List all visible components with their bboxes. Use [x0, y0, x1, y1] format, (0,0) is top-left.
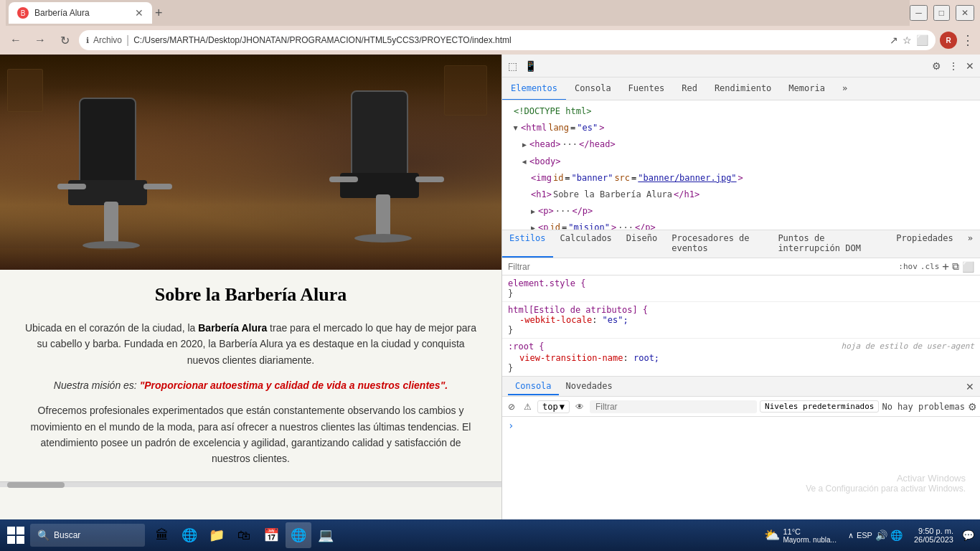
console-body[interactable]: › — [502, 417, 980, 469]
page-heading: Sobre la Barbería Alura — [22, 284, 480, 306]
search-icon: 🔍 — [37, 529, 50, 541]
devtools-more-btn[interactable]: ⋮ — [946, 57, 961, 75]
address-actions: ↗ ☆ ⬜ — [890, 34, 928, 46]
tab-consola[interactable]: Consola — [566, 77, 620, 100]
toggle-styles-button[interactable]: ⬜ — [962, 261, 974, 273]
menu-button[interactable]: ⋮ — [961, 32, 974, 48]
styles-tab-more[interactable]: » — [961, 230, 980, 258]
console-header: Consola Novedades ✕ — [502, 377, 980, 397]
extension-button[interactable]: ⬜ — [916, 34, 928, 46]
tab-more[interactable]: » — [834, 77, 856, 100]
add-style-button[interactable]: + — [942, 260, 949, 273]
taskbar: 🔍 Buscar 🏛 🌐 📁 🛍 📅 🌐 💻 ⛅ 11°C — [0, 519, 980, 551]
intro-paragraph: Ubicada en el corazón de la ciudad, la B… — [22, 320, 480, 368]
protocol-icon: ℹ — [86, 36, 89, 45]
tab-close-icon[interactable]: ✕ — [135, 7, 143, 19]
minimize-button[interactable]: ─ — [910, 5, 928, 21]
title-bar-controls: ─ □ ✕ — [910, 5, 974, 21]
address-bar-container[interactable]: ℹ Archivo | C:/Users/MARTHA/Desktop/JHON… — [79, 30, 936, 50]
html-line-html[interactable]: ▶ <html lang="es" > — [502, 120, 980, 136]
taskbar-edge[interactable]: 🌐 — [176, 522, 202, 548]
browser-window: B Barbería Alura ✕ + ─ □ ✕ ← → ↻ ℹ Archi… — [0, 0, 980, 551]
taskbar-search[interactable]: 🔍 Buscar — [30, 524, 145, 547]
css-rule-root: :root { hoja de estilo de user-agent vie… — [502, 339, 980, 376]
html-line-img[interactable]: <img id="banner" src="banner/banner.jpg"… — [519, 170, 980, 187]
styles-filter-input[interactable] — [508, 262, 895, 272]
tab-elementos[interactable]: Elementos — [502, 77, 566, 100]
taskbar-calendar[interactable]: 📅 — [258, 522, 284, 548]
html-line-p-mision[interactable]: ▶ <p id="mision" > ··· </p> — [519, 220, 980, 230]
webpage-content[interactable]: Sobre la Barbería Alura Ubicada en el co… — [0, 55, 502, 522]
console-error-btn[interactable]: ⚠ — [521, 400, 534, 413]
styles-tab-diseno[interactable]: Diseño — [619, 230, 664, 258]
styles-tab-puntos[interactable]: Puntos de interrupción DOM — [771, 230, 889, 258]
bookmark-button[interactable]: ☆ — [903, 34, 912, 46]
maximize-button[interactable]: □ — [933, 5, 950, 21]
address-url: C:/Users/MARTHA/Desktop/JHONATAN/PROGRAM… — [133, 35, 885, 45]
cls-button[interactable]: .cls — [920, 262, 940, 271]
share-button[interactable]: ↗ — [890, 34, 898, 46]
tab-fuentes[interactable]: Fuentes — [620, 77, 674, 100]
horizontal-scrollbar[interactable] — [0, 481, 501, 487]
tab-red[interactable]: Red — [673, 77, 706, 100]
taskbar-vscode[interactable]: 💻 — [313, 522, 339, 548]
console-tab-consola[interactable]: Consola — [508, 378, 559, 395]
console-filter-input[interactable] — [590, 400, 757, 413]
styles-tab-estilos[interactable]: Estilos — [502, 230, 553, 258]
html-line-body[interactable]: ▼ <body> — [511, 154, 980, 170]
console-clear-btn[interactable]: ⊘ — [505, 400, 518, 413]
new-tab-button[interactable]: + — [155, 6, 163, 21]
close-button[interactable]: ✕ — [956, 5, 974, 21]
taskbar-sys: ∧ ESP 🔊 🌐 — [842, 529, 908, 541]
styles-tab-calculados[interactable]: Calculados — [553, 230, 619, 258]
mission-paragraph: Nuestra misión es: "Proporcionar autoest… — [22, 380, 480, 391]
devtools-toolbar: ⬚ 📱 ⚙ ⋮ ✕ — [502, 55, 980, 77]
html-line-head[interactable]: ▶ <head> ··· </head> — [511, 136, 980, 153]
taskbar-file-explorer[interactable]: 🏛 — [149, 522, 175, 548]
speaker-icon[interactable]: 🔊 — [875, 529, 887, 541]
devtools-settings-btn[interactable]: ⚙ — [929, 57, 944, 75]
address-bar-row: ← → ↻ ℹ Archivo | C:/Users/MARTHA/Deskto… — [0, 26, 980, 55]
styles-tab-propiedades[interactable]: Propiedades — [889, 230, 960, 258]
start-button[interactable] — [3, 522, 29, 548]
console-toolbar: ⊘ ⚠ top ▼ 👁 Niveles predeterminados No h… — [502, 397, 980, 417]
tab-title: Barbería Alura — [34, 8, 129, 18]
devtools-device-btn[interactable]: 📱 — [522, 57, 540, 75]
console-prompt: › — [508, 420, 974, 431]
up-arrow-icon[interactable]: ∧ — [848, 531, 854, 540]
html-line-p1[interactable]: ▶ <p> ··· </p> — [519, 203, 980, 220]
date-display: 26/05/2023 — [914, 535, 953, 544]
back-button[interactable]: ← — [6, 30, 26, 50]
devtools-inspect-btn[interactable]: ⬚ — [505, 57, 520, 75]
taskbar-weather[interactable]: ⛅ 11°C Mayorm. nubla... — [764, 527, 836, 544]
taskbar-folder[interactable]: 📁 — [204, 522, 230, 548]
refresh-button[interactable]: ↻ — [55, 30, 75, 50]
taskbar-clock[interactable]: 9:50 p. m. 26/05/2023 — [914, 527, 953, 544]
console-levels-dropdown[interactable]: Niveles predeterminados — [760, 400, 879, 413]
profile-button[interactable]: R — [940, 32, 957, 49]
console-settings-btn[interactable]: ⚙ — [968, 401, 977, 413]
weather-icon: ⛅ — [764, 527, 780, 543]
weather-info: 11°C Mayorm. nubla... — [783, 527, 836, 544]
html-line-h1[interactable]: <h1> Sobre la Barbería Alura </h1> — [519, 187, 980, 203]
console-tab-novedades[interactable]: Novedades — [559, 378, 620, 395]
notification-btn[interactable]: 💬 — [959, 529, 977, 541]
active-tab[interactable]: B Barbería Alura ✕ — [9, 2, 152, 24]
hov-button[interactable]: :hov — [898, 262, 918, 271]
scrollbar-thumb[interactable] — [7, 482, 65, 488]
console-eye-btn[interactable]: 👁 — [573, 400, 587, 413]
address-separator: | — [126, 34, 129, 47]
devtools-close-btn[interactable]: ✕ — [963, 57, 977, 75]
console-top-dropdown[interactable]: top ▼ — [537, 400, 570, 413]
taskbar-chrome[interactable]: 🌐 — [286, 522, 311, 548]
copy-styles-button[interactable]: ⧉ — [952, 260, 959, 273]
services-paragraph: Ofrecemos profesionales experimentados q… — [22, 402, 480, 467]
styles-tab-procesadores[interactable]: Procesadores de eventos — [664, 230, 771, 258]
network-icon[interactable]: 🌐 — [890, 529, 903, 541]
forward-button[interactable]: → — [30, 30, 50, 50]
tab-memoria[interactable]: Memoria — [780, 77, 834, 100]
console-close-btn[interactable]: ✕ — [966, 381, 974, 392]
tab-rendimiento[interactable]: Rendimiento — [706, 77, 780, 100]
css-rule-element: element.style { } — [502, 276, 980, 302]
taskbar-store[interactable]: 🛍 — [231, 522, 257, 548]
